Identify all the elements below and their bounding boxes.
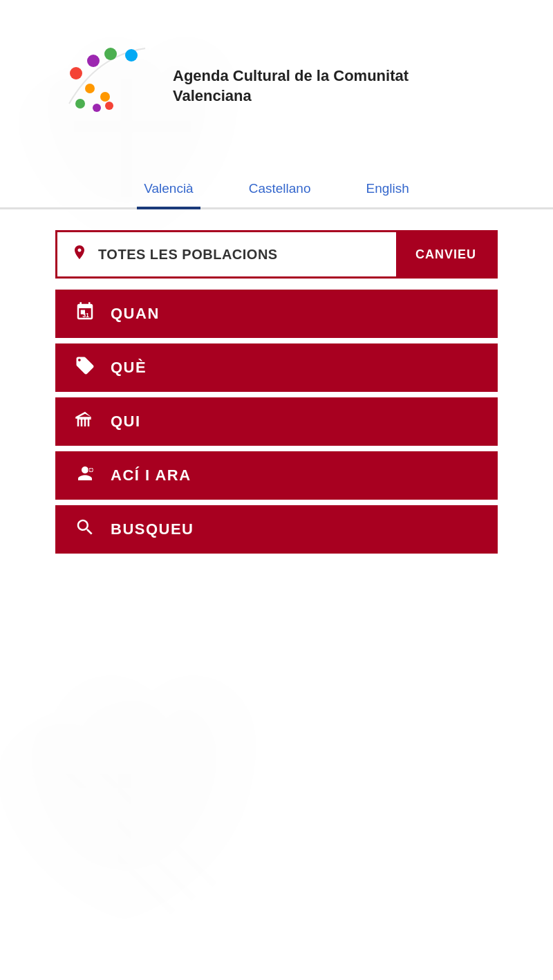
- tab-english[interactable]: English: [359, 173, 415, 207]
- language-tabs: Valencià Castellano English: [0, 159, 553, 209]
- svg-point-12: [100, 92, 110, 102]
- que-label: QUÈ: [111, 359, 147, 377]
- que-button[interactable]: QUÈ: [55, 343, 498, 392]
- svg-point-11: [85, 84, 95, 93]
- qui-label: QUI: [111, 413, 141, 431]
- aci-i-ara-button[interactable]: ACÍ I ARA: [55, 451, 498, 500]
- bottom-area: [0, 554, 553, 816]
- svg-point-14: [93, 104, 101, 112]
- building-icon: [73, 409, 97, 435]
- person-location-icon: [73, 463, 97, 489]
- svg-point-15: [105, 102, 113, 110]
- qui-button[interactable]: QUI: [55, 397, 498, 446]
- tab-castellano[interactable]: Castellano: [242, 173, 318, 207]
- svg-point-7: [87, 55, 100, 67]
- change-location-button[interactable]: CANVIEU: [396, 232, 496, 276]
- location-icon: [71, 244, 88, 265]
- calendar-icon: 31: [73, 301, 97, 327]
- aci-i-ara-label: ACÍ I ARA: [111, 467, 191, 484]
- svg-text:31: 31: [82, 311, 89, 318]
- svg-point-8: [104, 48, 117, 60]
- busqueu-label: BUSQUEU: [111, 520, 194, 538]
- search-icon: [73, 517, 97, 543]
- quan-label: QUAN: [111, 305, 160, 323]
- menu-area: TOTES LES POBLACIONS CANVIEU 31 QUAN QUÈ: [0, 230, 553, 554]
- tag-icon: [73, 355, 97, 381]
- logo-dots: [55, 41, 152, 131]
- header: Agenda Cultural de la Comunitat Valencia…: [0, 0, 553, 159]
- tab-valencian[interactable]: Valencià: [137, 173, 200, 207]
- app-title: Agenda Cultural de la Comunitat Valencia…: [173, 66, 435, 106]
- svg-point-13: [75, 99, 85, 109]
- svg-rect-17: [79, 418, 91, 419]
- location-row[interactable]: TOTES LES POBLACIONS CANVIEU: [55, 230, 498, 279]
- location-text: TOTES LES POBLACIONS: [98, 247, 278, 263]
- svg-point-10: [70, 67, 82, 79]
- busqueu-button[interactable]: BUSQUEU: [55, 505, 498, 554]
- svg-point-9: [125, 49, 138, 62]
- location-left: TOTES LES POBLACIONS: [57, 244, 396, 265]
- quan-button[interactable]: 31 QUAN: [55, 290, 498, 338]
